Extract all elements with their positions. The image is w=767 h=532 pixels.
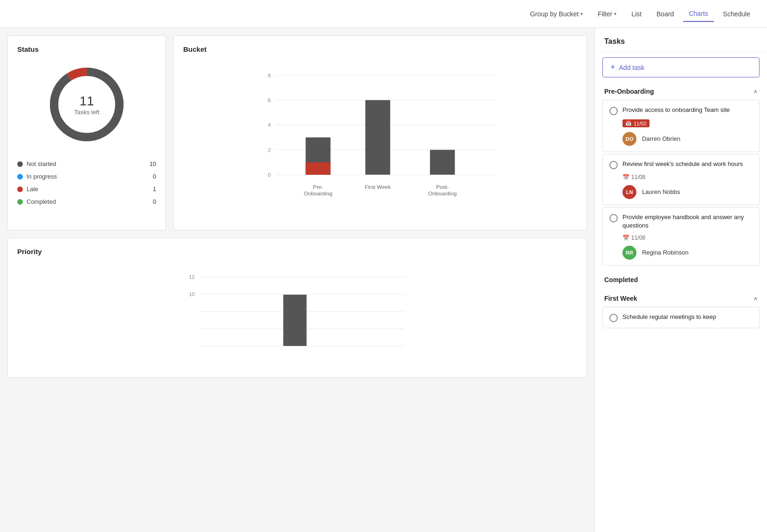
task-title-review: Review first week's schedule and work ho… xyxy=(622,160,743,168)
legend-count-completed: 0 xyxy=(153,198,156,205)
legend-dot-inprogress xyxy=(17,174,23,180)
priority-card: Priority 12 10 xyxy=(7,238,587,378)
tasks-panel-title: Tasks xyxy=(595,28,767,52)
task-circle-meetings[interactable] xyxy=(609,314,618,322)
legend-dot-notstarted xyxy=(17,161,23,167)
filter-label: Filter xyxy=(598,10,612,18)
filter-button[interactable]: Filter ▾ xyxy=(592,7,622,21)
calendar-icon-provide-access: 📅 xyxy=(625,120,632,126)
tasks-sidebar: Tasks + Add task Pre-Onboarding ∧ Provid… xyxy=(594,28,767,532)
assignee-name-do: Darren Obrien xyxy=(642,135,680,142)
bucket-section-preonboarding: Pre-Onboarding ∧ Provide access to onboa… xyxy=(595,83,767,268)
task-assignee-review: LN Lauren Nobbs xyxy=(622,183,753,199)
add-task-plus-icon: + xyxy=(610,62,615,72)
task-circle-handbook[interactable] xyxy=(609,214,618,222)
svg-text:2: 2 xyxy=(268,147,271,153)
svg-text:4: 4 xyxy=(268,122,271,128)
charts-button[interactable]: Charts xyxy=(683,6,713,22)
task-item-review-schedule[interactable]: Review first week's schedule and work ho… xyxy=(602,154,760,205)
svg-text:First Week: First Week xyxy=(365,184,391,190)
task-meta-provide-access: 📅 11/02 DO Darren Obrien xyxy=(609,119,753,146)
task-date-handbook: 📅 11/08 xyxy=(622,235,645,241)
task-item-handbook[interactable]: Provide employee handbook and answer any… xyxy=(602,207,760,266)
charts-label: Charts xyxy=(689,10,708,17)
legend-label-completed: Completed xyxy=(27,198,56,205)
top-charts-row: Status 11 Tas xyxy=(7,35,587,230)
svg-text:Onboarding: Onboarding xyxy=(304,190,332,196)
task-assignee-provide-access: DO Darren Obrien xyxy=(622,130,753,146)
priority-bar-chart: 12 10 xyxy=(17,263,577,367)
legend-count-inprogress: 0 xyxy=(153,173,156,180)
svg-text:Onboarding: Onboarding xyxy=(428,190,456,196)
legend-count-late: 1 xyxy=(153,186,156,193)
bottom-charts-row: Priority 12 10 xyxy=(7,238,587,378)
group-by-label: Group by Bucket xyxy=(530,10,579,18)
task-top-row: Provide access to onboarding Team site xyxy=(609,106,753,115)
task-top-row-review: Review first week's schedule and work ho… xyxy=(609,160,753,169)
legend-label-late: Late xyxy=(27,186,38,193)
main-container: Status 11 Tas xyxy=(0,28,767,532)
task-top-row-meetings: Schedule regular meetings to keep xyxy=(609,313,753,322)
svg-text:0: 0 xyxy=(268,172,271,178)
task-circle-provide-access[interactable] xyxy=(609,107,618,115)
bar-postonboarding-notstarted xyxy=(430,150,455,174)
task-date-value-review: 11/08 xyxy=(631,174,645,180)
schedule-button[interactable]: Schedule xyxy=(718,7,756,21)
bucket-section-header-completed[interactable]: Completed xyxy=(595,271,767,286)
group-by-button[interactable]: Group by Bucket ▾ xyxy=(525,7,588,21)
priority-bar xyxy=(283,295,307,346)
bucket-section-header-firstweek[interactable]: First Week ∧ xyxy=(595,290,767,305)
task-date-value-provide-access: 11/02 xyxy=(634,121,647,126)
add-task-button[interactable]: + Add task xyxy=(602,57,760,77)
list-button[interactable]: List xyxy=(626,7,647,21)
legend-dot-late xyxy=(17,187,23,192)
donut-center-text: 11 Tasks left xyxy=(74,94,99,116)
group-by-chevron: ▾ xyxy=(580,11,583,16)
bar-preonboarding-late xyxy=(306,162,331,175)
task-meta-handbook: 📅 11/08 RR Regina Robinson xyxy=(609,234,753,260)
status-card: Status 11 Tas xyxy=(7,35,166,230)
avatar-rr: RR xyxy=(622,246,636,260)
task-item-schedule-meetings[interactable]: Schedule regular meetings to keep xyxy=(602,307,760,328)
legend-label-notstarted: Not started xyxy=(27,160,56,167)
bucket-section-name-firstweek: First Week xyxy=(604,295,637,302)
assignee-name-rr: Regina Robinson xyxy=(642,249,689,256)
task-late-badge: 📅 11/02 xyxy=(622,119,650,127)
donut-number: 11 xyxy=(74,94,99,109)
legend-item-notstarted: Not started 10 xyxy=(17,158,156,170)
list-label: List xyxy=(631,10,642,18)
legend-label-inprogress: In progress xyxy=(27,173,57,180)
avatar-do: DO xyxy=(622,132,636,146)
schedule-label: Schedule xyxy=(723,10,750,18)
task-date-value-handbook: 11/08 xyxy=(631,235,645,241)
bucket-section-firstweek: First Week ∧ Schedule regular meetings t… xyxy=(595,290,767,330)
bucket-section-completed: Completed xyxy=(595,271,767,286)
svg-text:10: 10 xyxy=(189,291,194,297)
task-circle-review[interactable] xyxy=(609,161,618,169)
bar-firstweek-notstarted xyxy=(366,100,390,175)
task-date-review: 📅 11/08 xyxy=(622,174,645,180)
calendar-icon-review: 📅 xyxy=(622,174,629,180)
status-legend: Not started 10 In progress 0 xyxy=(17,158,156,208)
board-label: Board xyxy=(656,10,674,18)
svg-text:6: 6 xyxy=(268,97,271,103)
task-item-provide-access[interactable]: Provide access to onboarding Team site 📅… xyxy=(602,100,760,152)
task-date-badge-provide-access: 📅 11/02 xyxy=(622,119,753,130)
board-button[interactable]: Board xyxy=(651,7,679,21)
calendar-icon-handbook: 📅 xyxy=(622,235,629,241)
bucket-chevron-firstweek: ∧ xyxy=(753,295,758,302)
priority-card-title: Priority xyxy=(17,248,577,256)
charts-area: Status 11 Tas xyxy=(0,28,594,532)
bucket-section-header-preonboarding[interactable]: Pre-Onboarding ∧ xyxy=(595,83,767,98)
svg-text:Pre-: Pre- xyxy=(313,184,323,190)
legend-dot-completed xyxy=(17,199,23,205)
legend-item-late: Late 1 xyxy=(17,183,156,195)
status-card-title: Status xyxy=(17,45,156,53)
task-meta-review: 📅 11/08 LN Lauren Nobbs xyxy=(609,173,753,199)
donut-sublabel: Tasks left xyxy=(74,109,99,116)
bucket-bar-chart: 8 6 4 2 0 Pre- Onboarding First Week xyxy=(183,61,577,221)
legend-count-notstarted: 10 xyxy=(150,160,156,167)
bucket-chevron-preonboarding: ∧ xyxy=(753,88,758,95)
task-top-row-handbook: Provide employee handbook and answer any… xyxy=(609,213,753,230)
completed-label: Completed xyxy=(604,276,638,283)
